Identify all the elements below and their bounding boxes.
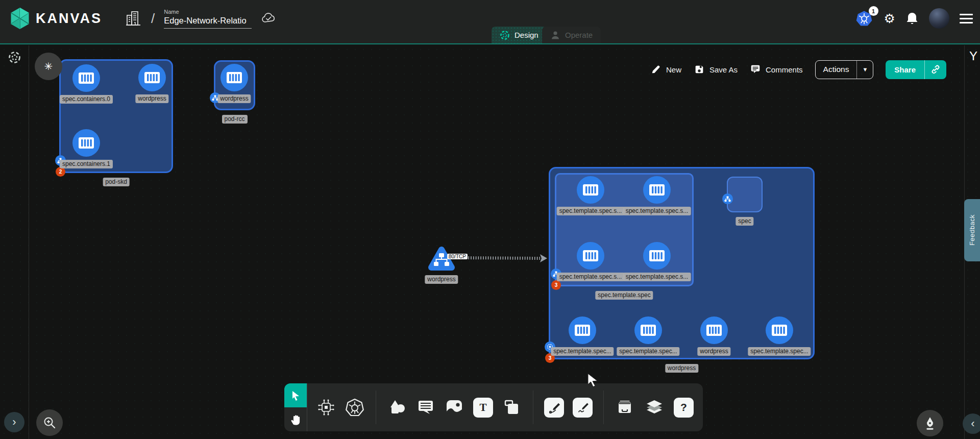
component-tool[interactable] — [316, 398, 336, 417]
feedback-tab[interactable]: Feedback — [964, 199, 980, 261]
layers-tool[interactable] — [644, 397, 665, 418]
header-inner: KANVAS / Name Edge-Network-Relatio — [0, 0, 980, 37]
comments-button[interactable]: Comments — [750, 64, 803, 75]
comment-tool[interactable] — [416, 398, 435, 417]
edge-label: 80/TCP — [447, 254, 468, 259]
kubernetes-icon — [345, 397, 365, 418]
breadcrumb-separator: / — [151, 11, 155, 27]
edit-path-tool[interactable] — [544, 398, 564, 418]
kubernetes-context-button[interactable]: 1 — [855, 10, 874, 27]
image-tool[interactable] — [444, 397, 464, 418]
container-node[interactable] — [72, 129, 100, 157]
group-label: pod-skd — [103, 178, 130, 186]
container-node[interactable] — [766, 316, 793, 344]
zoom-search-button[interactable] — [36, 409, 63, 436]
container-node[interactable] — [577, 242, 604, 270]
notifications-bell-icon[interactable] — [905, 11, 919, 26]
user-avatar[interactable] — [929, 8, 949, 29]
container-node[interactable] — [569, 316, 596, 344]
comment-tool-icon — [416, 398, 435, 417]
container-node[interactable] — [220, 64, 248, 91]
chip-icon — [316, 398, 336, 417]
cluster-flower-button[interactable]: ✳ — [35, 53, 62, 80]
collapse-right-panel-button[interactable]: ‹ — [963, 413, 980, 434]
brand-name: KANVAS — [36, 11, 102, 27]
node-label: wordpress — [217, 94, 251, 103]
node-label: spec.containers.0 — [60, 95, 113, 104]
expand-left-panel-button[interactable]: › — [4, 412, 24, 432]
pointer-tool-column — [284, 383, 307, 431]
container-node[interactable] — [138, 64, 166, 91]
new-label: New — [666, 65, 681, 74]
design-tab-label: Design — [514, 31, 538, 39]
node-label: spec.template.spec.s... — [557, 207, 625, 215]
container-node[interactable] — [634, 316, 662, 344]
node-label: spec.template.spec... — [748, 347, 811, 356]
canvas-toolbar: T ? — [284, 383, 703, 431]
node-label: wordpress — [135, 94, 168, 103]
container-node[interactable] — [643, 242, 671, 270]
toolbar-divider — [533, 391, 533, 424]
brand[interactable]: KANVAS — [9, 7, 102, 30]
container-node[interactable] — [643, 176, 671, 204]
tab-design[interactable]: Design — [492, 27, 547, 43]
node-label: spec.template.spec.s... — [623, 207, 691, 215]
copy-link-icon[interactable] — [925, 64, 946, 75]
share-label: Share — [886, 65, 924, 74]
settings-gear-icon[interactable]: ⚙ — [884, 12, 895, 25]
tab-operate[interactable]: Operate — [542, 27, 601, 43]
feedback-label: Feedback — [968, 214, 976, 246]
cursor-icon — [289, 389, 302, 402]
hamburger-menu-icon[interactable] — [960, 14, 973, 23]
app-header: KANVAS / Name Edge-Network-Relatio 1 ⚙ D… — [0, 0, 980, 44]
group-label: pod-rcc — [222, 115, 247, 124]
breadcrumb: / Name Edge-Network-Relatio — [125, 9, 276, 29]
drawer-icon — [615, 397, 635, 418]
design-name-value[interactable]: Edge-Network-Relatio — [164, 16, 252, 29]
text-icon: T — [473, 398, 493, 418]
node-label: spec — [736, 217, 753, 226]
help-tool[interactable]: ? — [674, 398, 694, 418]
design-name-field[interactable]: Name Edge-Network-Relatio — [164, 9, 252, 29]
comments-label: Comments — [766, 65, 803, 74]
toolbar-divider — [376, 391, 376, 424]
select-cursor-tool[interactable] — [284, 383, 307, 407]
text-tool[interactable]: T — [473, 398, 493, 418]
drawer-tool[interactable] — [615, 397, 635, 418]
freehand-draw-tool[interactable] — [573, 398, 593, 418]
toolbar-tools: T ? — [307, 391, 703, 424]
save-as-button[interactable]: Save As — [694, 64, 738, 75]
node-label: spec.template.spec... — [617, 347, 679, 356]
save-as-label: Save As — [709, 65, 738, 74]
container-node[interactable] — [700, 316, 728, 344]
organization-icon[interactable] — [125, 9, 142, 28]
question-icon: ? — [674, 398, 694, 418]
cloud-saved-icon — [261, 12, 276, 25]
actions-button[interactable]: Actions ▼ — [815, 60, 874, 79]
pan-hand-tool[interactable] — [284, 407, 307, 431]
group-label: spec.template.spec — [595, 291, 653, 300]
node-label: spec.template.spec.s... — [557, 273, 625, 281]
spec-node[interactable] — [727, 177, 763, 212]
share-button[interactable]: Share — [886, 60, 946, 79]
kubernetes-tool[interactable] — [345, 397, 365, 418]
design-actions-row: New Save As Comments Actions ▼ Share — [650, 60, 946, 79]
container-node[interactable] — [577, 176, 604, 204]
shapes-tool[interactable] — [387, 397, 407, 418]
toolbar-divider — [603, 391, 604, 424]
operate-tab-label: Operate — [565, 31, 593, 39]
sitemap-badge-icon[interactable] — [722, 193, 733, 204]
rectangle-tool[interactable] — [502, 397, 522, 418]
header-right: 1 ⚙ — [855, 0, 973, 37]
service-node[interactable] — [426, 244, 457, 276]
pen-path-icon — [544, 398, 564, 418]
comment-icon — [750, 64, 761, 75]
caret-down-icon[interactable]: ▼ — [857, 66, 873, 72]
zoom-in-icon — [42, 415, 57, 430]
hand-icon — [289, 413, 302, 426]
node-label: spec.template.spec.s... — [623, 273, 691, 281]
ink-pen-button[interactable] — [917, 410, 943, 436]
group-spec-template-spec[interactable]: 3 — [555, 173, 694, 286]
new-button[interactable]: New — [650, 64, 681, 75]
container-node[interactable] — [72, 64, 100, 92]
